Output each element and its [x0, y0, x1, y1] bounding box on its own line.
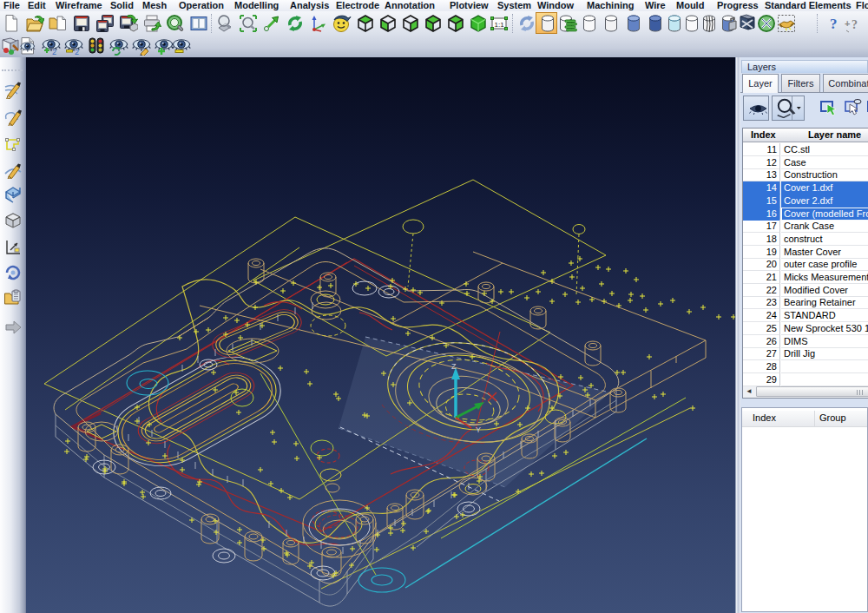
svg-text:?: ?: [852, 18, 858, 31]
svg-text:+: +: [845, 18, 850, 29]
svg-text:2: 2: [75, 48, 79, 56]
svg-text:?: ?: [830, 16, 838, 32]
svg-text:2: 2: [52, 48, 56, 56]
svg-text:1:1: 1:1: [495, 21, 505, 29]
svg-text:Y: Y: [476, 425, 481, 434]
svg-text:Z: Z: [451, 362, 457, 371]
